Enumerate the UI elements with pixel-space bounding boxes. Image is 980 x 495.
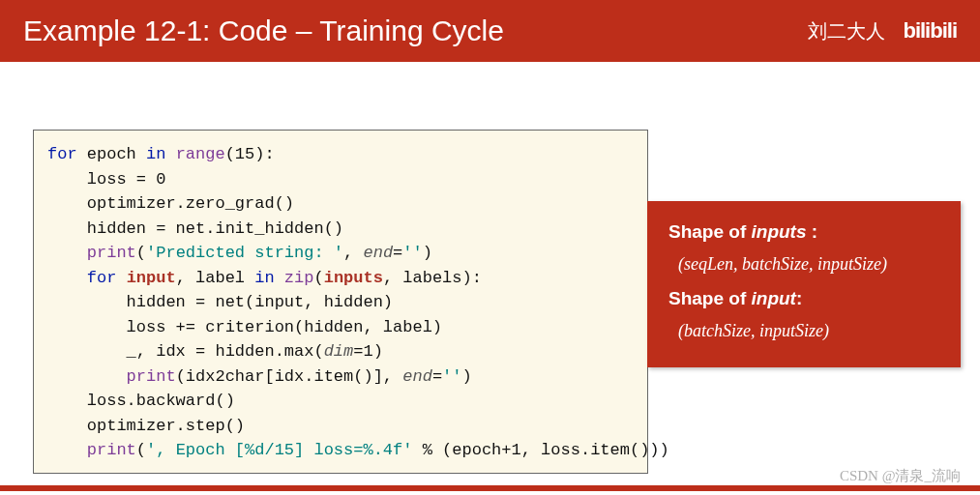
code-text: optimizer.step() bbox=[47, 417, 245, 435]
code-print: print bbox=[47, 244, 136, 262]
code-text: , label bbox=[176, 269, 255, 287]
callout-em: input bbox=[752, 288, 796, 308]
slide-header: Example 12-1: Code – Training Cycle 刘二大人… bbox=[0, 0, 980, 62]
code-num: 15 bbox=[235, 145, 254, 163]
code-text: epoch bbox=[77, 145, 146, 163]
code-builtin: zip bbox=[275, 269, 314, 287]
code-arg: dim bbox=[324, 342, 354, 361]
code-print: print bbox=[47, 367, 176, 386]
code-block: for epoch in range(15): loss = 0 optimiz… bbox=[33, 130, 648, 474]
code-text: , labels): bbox=[383, 269, 482, 287]
bottom-accent-line bbox=[0, 485, 980, 491]
code-num: 1 bbox=[512, 441, 521, 459]
code-str: '' bbox=[402, 244, 422, 262]
code-text: _, idx = hidden.max( bbox=[47, 342, 324, 361]
callout-heading-input: Shape of input: bbox=[668, 283, 941, 313]
shape-callout: Shape of inputs : (seqLen, batchSize, in… bbox=[647, 201, 961, 367]
header-right: 刘二大人 bilibili bbox=[808, 18, 957, 44]
code-print: print bbox=[47, 441, 136, 459]
slide-title: Example 12-1: Code – Training Cycle bbox=[23, 15, 504, 47]
callout-text: Shape of bbox=[668, 221, 752, 242]
callout-text: : bbox=[796, 288, 802, 308]
code-text: = bbox=[353, 342, 363, 361]
code-kw: in bbox=[254, 269, 274, 287]
code-text: loss = bbox=[47, 170, 156, 189]
watermark: CSDN @清泉_流响 bbox=[840, 467, 961, 485]
code-builtin: range bbox=[165, 145, 224, 163]
code-text: ) bbox=[373, 342, 383, 361]
code-text: loss += criterion(hidden, label) bbox=[47, 318, 442, 336]
code-text: (idx2char[idx.item()], bbox=[176, 367, 403, 386]
callout-shape-input: (batchSize, inputSize) bbox=[668, 317, 941, 346]
code-num: 0 bbox=[156, 170, 165, 189]
bilibili-logo: bilibili bbox=[903, 18, 957, 44]
code-arg: end bbox=[402, 367, 432, 386]
code-str: 'Predicted string: ' bbox=[146, 244, 343, 262]
callout-text: Shape of bbox=[668, 288, 752, 308]
code-text: optimizer.zero_grad() bbox=[47, 194, 294, 213]
callout-heading-inputs: Shape of inputs : bbox=[668, 217, 941, 247]
code-kw: for bbox=[47, 145, 77, 163]
callout-text: : bbox=[807, 221, 818, 242]
code-str: ', Epoch [%d/15] loss=%.4f' bbox=[146, 441, 412, 459]
code-text: ) bbox=[461, 367, 471, 386]
code-text: hidden = net(input, hidden) bbox=[47, 293, 393, 311]
code-num: 1 bbox=[363, 342, 372, 361]
code-kw: for bbox=[47, 269, 116, 287]
code-str: '' bbox=[442, 367, 461, 386]
code-kw: in bbox=[146, 145, 165, 163]
code-text: % (epoch+ bbox=[412, 441, 511, 459]
code-arg: end bbox=[363, 244, 393, 262]
code-text: loss.backward() bbox=[47, 392, 235, 410]
code-input: input bbox=[127, 269, 176, 287]
callout-em: inputs bbox=[752, 221, 807, 242]
code-text: hidden = net.init_hidden() bbox=[47, 219, 343, 238]
code-inputs: inputs bbox=[324, 269, 383, 287]
callout-shape-inputs: (seqLen, batchSize, inputSize) bbox=[668, 250, 941, 279]
code-text: , loss.item())) bbox=[521, 441, 669, 459]
author-name: 刘二大人 bbox=[808, 18, 885, 44]
